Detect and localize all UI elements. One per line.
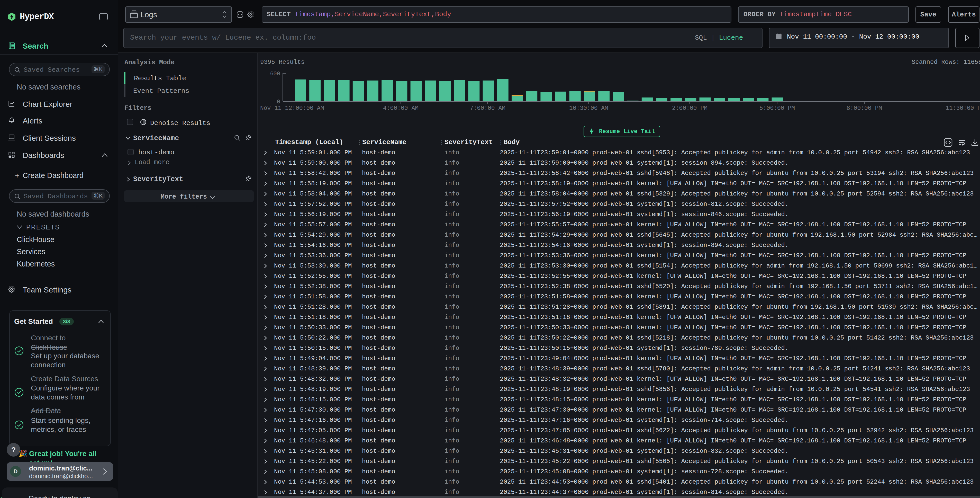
svg-text:600: 600 [270,71,280,77]
svg-text:8:00:00 PM: 8:00:00 PM [846,105,882,112]
svg-text:5:00:00 PM: 5:00:00 PM [759,105,795,112]
svg-text:2:00:00 PM: 2:00:00 PM [672,105,708,112]
svg-text:0: 0 [277,99,280,105]
svg-text:7:00:00 AM: 7:00:00 AM [470,105,506,112]
svg-text:10:30:00 AM: 10:30:00 AM [569,105,608,112]
svg-text:Nov 11 12:00:00 AM: Nov 11 12:00:00 AM [260,105,324,112]
svg-text:11:30:00 PM: 11:30:00 PM [945,105,980,112]
svg-text:4:00:00 AM: 4:00:00 AM [383,105,418,112]
